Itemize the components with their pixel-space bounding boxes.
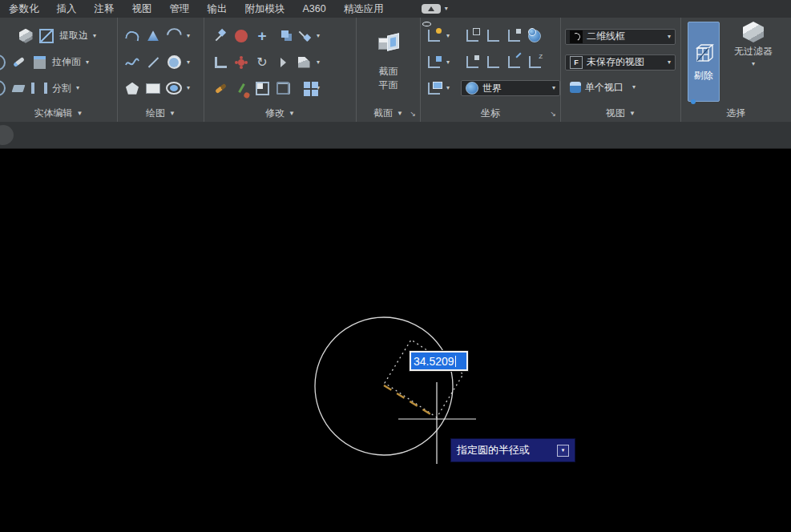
tab-output[interactable]: 输出 bbox=[199, 2, 236, 16]
chevron-down-icon[interactable]: ▾ bbox=[76, 85, 79, 91]
section-plane-icon bbox=[378, 34, 399, 52]
mirror-icon[interactable] bbox=[275, 54, 291, 71]
rotate-icon[interactable]: ↻ bbox=[254, 54, 270, 71]
spline-glyph bbox=[125, 58, 139, 67]
panel-coordinates: ▾ ▾ ▾ bbox=[421, 18, 561, 122]
extract-edges-icon[interactable] bbox=[38, 28, 54, 44]
chevron-down-icon[interactable]: ▾ bbox=[93, 33, 96, 39]
ucs-world-dropdown[interactable]: 世界 ▾ bbox=[461, 80, 560, 96]
separate-button[interactable]: 分割 bbox=[52, 82, 71, 95]
rectangle-icon[interactable] bbox=[145, 80, 161, 96]
panel-title-section[interactable]: 截面 ▼ ↘ bbox=[357, 105, 420, 122]
visual-style-dropdown[interactable]: 二维线框 ▾ bbox=[565, 29, 676, 45]
panel-draw: ▾ ▾ ▾ 绘图 ▼ bbox=[118, 18, 204, 122]
ribbon-tab-bar: 参数化 插入 注释 视图 管理 输出 附加模块 A360 精选应用 ▾ bbox=[0, 0, 791, 18]
chevron-down-icon: ▾ bbox=[552, 85, 555, 91]
fillet-icon[interactable] bbox=[212, 54, 228, 71]
ucs-zaxis-icon[interactable] bbox=[506, 54, 522, 71]
chamfer-icon[interactable] bbox=[296, 54, 312, 71]
ucs-origin-icon[interactable] bbox=[426, 80, 442, 96]
ucs-object-icon[interactable] bbox=[485, 28, 501, 44]
separate-icon[interactable] bbox=[31, 80, 47, 96]
ribbon-display-button[interactable]: ▾ bbox=[422, 4, 448, 14]
polar-array-icon[interactable] bbox=[233, 54, 249, 71]
spline-icon[interactable] bbox=[124, 54, 140, 71]
tab-manage[interactable]: 管理 bbox=[161, 2, 199, 16]
named-view-dropdown[interactable]: F 未保存的视图 ▾ bbox=[565, 54, 676, 71]
culling-button[interactable]: 剔除 bbox=[688, 22, 720, 102]
no-filter-icon bbox=[743, 22, 764, 42]
chevron-down-icon: ▼ bbox=[77, 111, 83, 117]
ellipse-icon[interactable] bbox=[166, 80, 182, 96]
clipped-tool-icon[interactable] bbox=[0, 54, 6, 71]
panel-title-selection[interactable]: 选择 bbox=[681, 105, 791, 122]
ucs-view-icon[interactable] bbox=[464, 28, 480, 44]
hatch-icon[interactable] bbox=[145, 28, 161, 44]
tab-insert[interactable]: 插入 bbox=[48, 2, 86, 16]
panel-launcher-icon[interactable]: ↘ bbox=[550, 110, 556, 118]
canvas-graphics bbox=[0, 149, 791, 532]
viewport-icon bbox=[570, 82, 581, 93]
circle-icon[interactable] bbox=[166, 54, 182, 71]
match-properties-icon[interactable] bbox=[212, 80, 228, 96]
arc-icon[interactable] bbox=[166, 28, 182, 44]
globe-icon bbox=[466, 82, 478, 95]
extend-icon[interactable] bbox=[296, 28, 312, 44]
chevron-down-icon: ▾ bbox=[632, 84, 636, 91]
tab-view[interactable]: 视图 bbox=[123, 2, 161, 16]
panel-modify: + ▾ ↻ ▾ bbox=[204, 18, 357, 122]
ucs-world-icon[interactable] bbox=[527, 28, 543, 44]
scale-icon[interactable] bbox=[254, 80, 270, 96]
tab-addins[interactable]: 附加模块 bbox=[236, 2, 294, 16]
chevron-down-icon[interactable]: ▾ bbox=[187, 85, 190, 91]
drawing-tab[interactable] bbox=[0, 125, 14, 145]
viewport-dropdown[interactable]: 单个视口 ▾ bbox=[565, 79, 676, 95]
array-icon[interactable] bbox=[296, 80, 312, 96]
no-filter-button[interactable]: 无过滤器 ▾ bbox=[734, 22, 773, 67]
panel-title-draw[interactable]: 绘图 ▼ bbox=[118, 105, 204, 122]
drawing-canvas[interactable]: 34.5209 指定圆的半径或 ▾ bbox=[0, 149, 791, 532]
ucs-icon[interactable] bbox=[426, 28, 442, 44]
extract-edges-button[interactable]: 提取边 bbox=[59, 29, 88, 42]
radius-input[interactable]: 34.5209 bbox=[410, 351, 468, 371]
section-plane-button[interactable]: 截面 平面 bbox=[357, 18, 420, 105]
panel-title-modify[interactable]: 修改 ▼ bbox=[204, 105, 356, 122]
ucs-3point-icon[interactable] bbox=[527, 54, 543, 71]
ucs-previous-icon[interactable] bbox=[464, 54, 480, 71]
center-mark-icon[interactable] bbox=[233, 28, 249, 44]
panel-title-solid-editing[interactable]: 实体编辑 ▼ bbox=[0, 105, 117, 122]
panel-launcher-icon[interactable]: ↘ bbox=[410, 110, 416, 118]
extrude-faces-button[interactable]: 拉伸面 bbox=[52, 55, 81, 69]
tab-featured-apps[interactable]: 精选应用 bbox=[335, 2, 393, 16]
clipped-tool-icon[interactable] bbox=[0, 80, 6, 96]
press-pull-icon[interactable] bbox=[10, 54, 26, 71]
trim-icon[interactable] bbox=[212, 28, 228, 44]
chevron-down-icon[interactable]: ▾ bbox=[187, 59, 190, 66]
tab-a360[interactable]: A360 bbox=[294, 3, 335, 14]
align-icon[interactable] bbox=[233, 80, 249, 96]
polyline-icon[interactable] bbox=[124, 28, 140, 44]
chevron-down-icon[interactable]: ▾ bbox=[86, 59, 89, 66]
erase-solid-icon[interactable] bbox=[10, 80, 26, 96]
union-icon[interactable] bbox=[18, 28, 34, 44]
tab-annotate[interactable]: 注释 bbox=[86, 2, 123, 16]
panel-title-coordinates[interactable]: 坐标 ↘ bbox=[421, 105, 560, 122]
ucs-z-icon[interactable] bbox=[485, 54, 501, 71]
extrude-faces-icon[interactable] bbox=[31, 54, 47, 71]
polygon-icon[interactable] bbox=[124, 80, 140, 96]
tab-parametric[interactable]: 参数化 bbox=[0, 2, 48, 16]
panel-title-view[interactable]: 视图 ▼ bbox=[561, 105, 680, 122]
chevron-down-icon[interactable]: ▾ bbox=[187, 33, 190, 39]
chevron-down-icon[interactable]: ▾ bbox=[317, 33, 320, 39]
move-icon[interactable]: + bbox=[254, 28, 270, 44]
chevron-down-icon[interactable]: ▾ bbox=[317, 85, 320, 91]
chevron-down-icon[interactable]: ▾ bbox=[317, 59, 320, 66]
line-icon[interactable] bbox=[145, 54, 161, 71]
chevron-down-icon[interactable]: ▾ bbox=[446, 59, 450, 66]
chevron-down-icon[interactable]: ▾ bbox=[446, 33, 450, 39]
ucs-rotate-icon[interactable] bbox=[426, 54, 442, 71]
ucs-face-icon[interactable] bbox=[506, 28, 522, 44]
chevron-down-icon[interactable]: ▾ bbox=[446, 85, 450, 91]
offset-icon[interactable] bbox=[275, 80, 291, 96]
copy-icon[interactable] bbox=[275, 28, 291, 44]
